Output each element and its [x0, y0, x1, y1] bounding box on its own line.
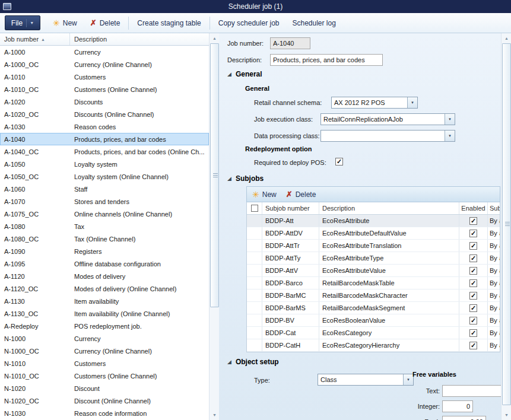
row-selector-cell[interactable] [247, 302, 262, 314]
table-row[interactable]: N-1020 Discount [0, 382, 209, 394]
table-row[interactable]: BDDP-BarMS RetailBarcodeMaskSegment ✓ By… [247, 302, 500, 314]
table-row[interactable]: A-1000 Currency [0, 46, 209, 58]
column-header-sub[interactable]: Sub [488, 202, 500, 214]
table-row[interactable]: A-1080 Tax [0, 220, 209, 233]
column-header-description[interactable]: Description [70, 33, 209, 45]
file-menu-button[interactable]: File ▼ [5, 15, 40, 30]
table-row[interactable]: A-1095 Offline database configuration [0, 257, 209, 270]
table-row[interactable]: A-1050_OC Loyalty system (Online Channel… [0, 170, 209, 183]
row-selector-cell[interactable] [247, 265, 262, 276]
copy-scheduler-job-button[interactable]: Copy scheduler job [212, 15, 286, 31]
select-all-checkbox[interactable] [251, 205, 258, 212]
table-row[interactable]: A-1040_OC Products, prices, and bar code… [0, 145, 209, 158]
subjob-delete-button[interactable]: ✗ Delete [286, 190, 316, 199]
table-row[interactable]: N-1000_OC Currency (Online Channel) [0, 345, 209, 357]
scroll-down-button[interactable]: ▼ [502, 410, 511, 420]
table-row[interactable]: BDDP-AttDV EcoResAttributeDefaultValue ✓… [247, 227, 500, 240]
table-row[interactable]: A-1000_OC Currency (Online Channel) [0, 58, 209, 71]
enabled-checkbox[interactable]: ✓ [469, 279, 477, 287]
table-row[interactable]: N-1000 Currency [0, 332, 209, 345]
type-select[interactable]: Class ▼ [318, 374, 414, 386]
table-row[interactable]: N-1030 Reason code information [0, 407, 209, 419]
table-row[interactable]: BDDP-AttTr EcoResAttributeTranslation ✓ … [247, 240, 500, 252]
section-general[interactable]: ◢ General [227, 70, 262, 78]
scroll-up-button[interactable]: ▲ [502, 33, 511, 43]
table-row[interactable]: A-1020 Discounts [0, 96, 209, 108]
column-header-subjob-description[interactable]: Description [319, 202, 459, 214]
table-row[interactable]: A-1090 Registers [0, 245, 209, 257]
table-row[interactable]: BDDP-BarMC RetailBarcodeMaskCharacter ✓ … [247, 289, 500, 302]
section-object-setup[interactable]: ◢ Object setup [227, 358, 279, 366]
section-subjobs[interactable]: ◢ Subjobs [227, 174, 264, 183]
row-selector-cell[interactable] [247, 289, 262, 301]
subjob-new-button[interactable]: ✳ New [252, 190, 277, 199]
row-selector-cell[interactable] [247, 215, 262, 227]
integer-field[interactable] [442, 400, 473, 412]
row-selector-cell[interactable] [247, 252, 262, 264]
table-row[interactable]: BDDP-CatH EcoResCategoryHierarchy ✓ By a [247, 339, 500, 352]
enabled-checkbox[interactable]: ✓ [469, 292, 477, 300]
enabled-checkbox[interactable]: ✓ [469, 217, 477, 225]
table-row[interactable]: N-1010 Customers [0, 357, 209, 370]
create-staging-table-button[interactable]: Create staging table [131, 15, 207, 31]
row-selector-cell[interactable] [247, 327, 262, 339]
detail-panel-scrollbar[interactable]: ▲ ▼ [501, 33, 511, 420]
table-row[interactable]: N-1020_OC Discount (Online Channel) [0, 394, 209, 407]
table-row[interactable]: A-1130_OC Item availability (Online Chan… [0, 307, 209, 320]
table-row[interactable]: A-1040 Products, prices, and bar codes [0, 133, 209, 145]
data-processing-class-select[interactable]: ▼ [320, 130, 455, 142]
table-row[interactable]: BDDP-Att EcoResAttribute ✓ By a [247, 215, 500, 227]
enabled-checkbox[interactable]: ✓ [469, 317, 477, 324]
table-row[interactable]: A-1010 Customers [0, 71, 209, 83]
real-field[interactable] [442, 416, 486, 420]
scroll-down-button[interactable]: ▼ [210, 410, 220, 420]
job-list-scrollbar[interactable]: ▲ ▼ [209, 33, 219, 420]
table-row[interactable]: BDDP-Barco RetailBarcodeMaskTable ✓ By a [247, 277, 500, 289]
table-row[interactable]: A-Redeploy POS redeployment job. [0, 320, 209, 332]
table-row[interactable]: BDDP-BV EcoResBooleanValue ✓ By a [247, 314, 500, 327]
enabled-checkbox[interactable]: ✓ [469, 304, 477, 312]
table-row[interactable]: A-1010_OC Customers (Online Channel) [0, 83, 209, 96]
required-to-deploy-checkbox[interactable]: ✓ [335, 158, 343, 166]
table-row[interactable]: BDDP-Cat EcoResCategory ✓ By a [247, 327, 500, 339]
delete-button[interactable]: ✗ Delete [84, 15, 127, 31]
row-selector-cell[interactable] [247, 240, 262, 252]
enabled-checkbox[interactable]: ✓ [469, 267, 477, 275]
enabled-checkbox[interactable]: ✓ [469, 254, 477, 262]
enabled-checkbox[interactable]: ✓ [469, 329, 477, 337]
job-number-field[interactable] [270, 37, 310, 49]
text-field[interactable] [442, 385, 501, 397]
row-selector-cell[interactable] [247, 339, 262, 351]
new-button[interactable]: ✳ New [46, 15, 84, 31]
column-header-subjob-number[interactable]: Subjob number [262, 202, 319, 214]
scrollbar-thumb[interactable] [210, 43, 219, 307]
column-header-job-number[interactable]: Job number ▲ [0, 33, 70, 45]
table-row[interactable]: A-1080_OC Tax (Online Channel) [0, 233, 209, 245]
table-row[interactable]: A-1130 Item availability [0, 295, 209, 307]
scroll-up-button[interactable]: ▲ [210, 33, 220, 43]
table-row[interactable]: A-1120 Modes of delivery [0, 270, 209, 282]
enabled-checkbox[interactable]: ✓ [469, 242, 477, 250]
description-field[interactable] [270, 54, 383, 66]
scheduler-log-button[interactable]: Scheduler log [285, 15, 342, 31]
table-row[interactable]: A-1020_OC Discounts (Online Channel) [0, 108, 209, 120]
column-header-enabled[interactable]: Enabled [459, 202, 488, 214]
table-row[interactable]: A-1120_OC Modes of delivery (Online Chan… [0, 282, 209, 295]
table-row[interactable]: A-1075_OC Online channels (Online Channe… [0, 208, 209, 220]
table-row[interactable]: BDDP-AttV EcoResAttributeValue ✓ By a [247, 265, 500, 277]
table-row[interactable]: A-1060 Staff [0, 183, 209, 195]
chevron-down-icon[interactable]: ▼ [407, 97, 417, 108]
retail-channel-schema-select[interactable]: AX 2012 R2 POS ▼ [331, 97, 418, 109]
row-selector-cell[interactable] [247, 277, 262, 289]
enabled-checkbox[interactable]: ✓ [469, 342, 477, 349]
table-row[interactable]: N-1010_OC Customers (Online Channel) [0, 370, 209, 382]
scrollbar-thumb[interactable] [502, 43, 511, 405]
enabled-checkbox[interactable]: ✓ [469, 230, 477, 237]
chevron-down-icon[interactable]: ▼ [445, 131, 455, 141]
chevron-down-icon[interactable]: ▼ [445, 114, 455, 125]
table-row[interactable]: A-1050 Loyalty system [0, 158, 209, 170]
row-selector-cell[interactable] [247, 314, 262, 326]
job-execution-class-select[interactable]: RetailConnReplicationAJob ▼ [320, 113, 455, 125]
table-row[interactable]: A-1070 Stores and tenders [0, 195, 209, 208]
chevron-down-icon[interactable]: ▼ [403, 374, 413, 385]
